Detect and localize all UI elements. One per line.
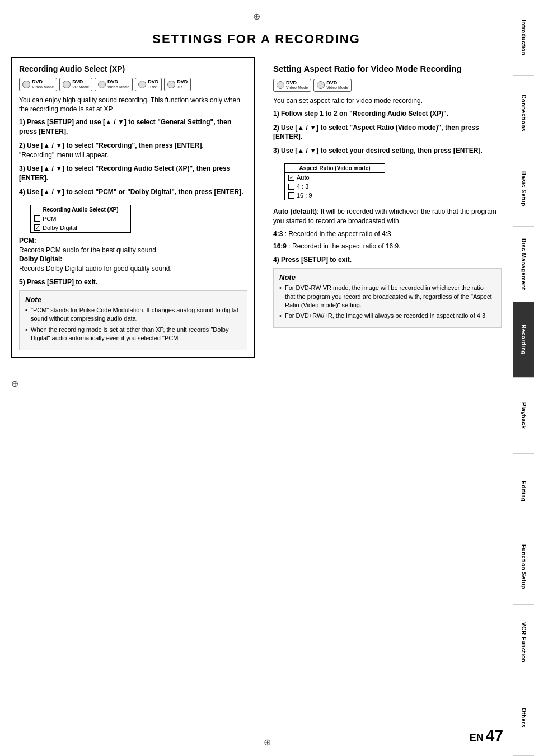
page-number-area: EN 47 xyxy=(470,727,503,745)
disc-icon-r2 xyxy=(317,81,325,89)
aspect-ratio-menu-box: Aspect Ratio (Video mode) Auto 4 : 3 16 … xyxy=(284,163,385,200)
menu-item-pcm: PCM xyxy=(31,214,130,223)
left-intro: You can enjoy high quality sound recordi… xyxy=(19,96,247,115)
auto-label: Auto xyxy=(297,174,310,181)
sidebar-item-introduction[interactable]: Introduction xyxy=(513,0,534,76)
pcm-checkbox xyxy=(34,215,40,222)
sidebar: Introduction Connections Basic Setup Dis… xyxy=(513,0,534,756)
left-note-title: Note xyxy=(25,295,241,304)
step-2: 2) Use [▲ / ▼] to select "Recording", th… xyxy=(19,141,247,160)
43-checkbox xyxy=(288,184,294,190)
dolby-desc: Records Dolby Digital audio for good qua… xyxy=(19,265,172,273)
auto-desc-label: Auto (default) xyxy=(273,208,317,215)
disc-icon-v2 xyxy=(98,81,106,88)
right-step-3: 3) Use [▲ / ▼] to select your desired se… xyxy=(273,146,502,156)
sidebar-item-connections[interactable]: Connections xyxy=(513,76,534,151)
sidebar-item-others[interactable]: Others xyxy=(513,680,534,756)
left-note-item-2: When the recording mode is set at other … xyxy=(25,326,241,343)
menu-item-169: 16 : 9 xyxy=(285,191,385,200)
page-number: 47 xyxy=(486,727,503,745)
dvd-badge-vr: DVD VR Mode xyxy=(59,78,92,91)
page-wrapper: ⊕ ⊕ SETTINGS FOR A RECORDING Recording A… xyxy=(0,0,534,756)
169-label: 16 : 9 xyxy=(297,192,312,199)
right-note-title: Note xyxy=(279,273,495,281)
43-label: 4 : 3 xyxy=(297,183,308,190)
disc-icon xyxy=(22,81,30,88)
two-column-layout: Recording Audio Select (XP) DVD Video Mo… xyxy=(11,57,502,358)
dvd-badge-video2: DVD Video Mode xyxy=(95,78,133,91)
step2-sub: "Recording" menu will appear. xyxy=(19,151,109,159)
dvd-badge-right-2: DVD Video Mode xyxy=(313,79,352,92)
right-step1-content: Follow step 1 to 2 on "Recording Audio S… xyxy=(281,110,448,118)
step-3: 3) Use [▲ / ▼] to select "Recording Audi… xyxy=(19,164,247,183)
dvd-badge-right-1: DVD Video Mode xyxy=(273,79,311,92)
right-note-item-1: For DVD-RW VR mode, the image will be re… xyxy=(279,284,495,309)
right-step-2: 2) Use [▲ / ▼] to select "Aspect Ratio (… xyxy=(273,123,502,142)
dolby-label: Dolby Digital xyxy=(43,224,77,231)
dvd-badge-video: DVD Video Mode xyxy=(19,78,57,91)
dvd-badge-r: DVD +R xyxy=(164,78,191,91)
page-title: SETTINGS FOR A RECORDING xyxy=(11,26,502,46)
left-note-item-1: "PCM" stands for Pulse Code Modulation. … xyxy=(25,306,241,323)
sidebar-item-disc-management[interactable]: Disc Management xyxy=(513,227,534,302)
menu-item-auto: Auto xyxy=(285,173,385,182)
left-dvd-badges: DVD Video Mode DVD VR Mode xyxy=(19,78,247,91)
right-intro: You can set aspect ratio for video mode … xyxy=(273,96,502,106)
step1-content: Press [SETUP] and use [▲ / ▼] to select … xyxy=(19,118,231,135)
pcm-label: PCM xyxy=(43,215,56,222)
sidebar-item-playback[interactable]: Playback xyxy=(513,378,534,453)
sidebar-item-recording[interactable]: Recording xyxy=(513,302,534,378)
menu-item-43: 4 : 3 xyxy=(285,182,385,191)
step-1: 1) Press [SETUP] and use [▲ / ▼] to sele… xyxy=(19,118,247,137)
pcm-section: PCM: Records PCM audio for the best qual… xyxy=(19,236,247,274)
disc-icon-r xyxy=(167,81,175,88)
disc-icon-vr xyxy=(63,81,71,88)
menu-item-dolby: Dolby Digital xyxy=(31,223,130,232)
right-dvd-badges: DVD Video Mode DVD Video Mode xyxy=(273,79,502,92)
dolby-checkbox xyxy=(34,224,40,231)
right-section-title: Setting Aspect Ratio for Video Mode Reco… xyxy=(273,63,502,74)
right-step2-content: Use [▲ / ▼] to select "Aspect Ratio (Vid… xyxy=(273,124,479,141)
step-4: 4) Use [▲ / ▼] to select "PCM" or "Dolby… xyxy=(19,187,247,197)
step5: 5) Press [SETUP] to exit. xyxy=(19,278,247,286)
auto-desc: Auto (default): It will be recorded with… xyxy=(273,207,502,226)
menu-box-title: Recording Audio Select (XP) xyxy=(31,205,130,214)
main-content: ⊕ SETTINGS FOR A RECORDING Recording Aud… xyxy=(0,0,513,756)
right-section: Setting Aspect Ratio for Video Mode Reco… xyxy=(266,57,502,358)
sidebar-item-vcr-function[interactable]: VCR Function xyxy=(513,605,534,680)
ratio-169-desc: 16:9 : Recorded in the aspect ratio of 1… xyxy=(273,242,502,251)
left-section: Recording Audio Select (XP) DVD Video Mo… xyxy=(11,57,255,358)
step5-text: 5) Press [SETUP] to exit. xyxy=(19,278,97,286)
step4-content: Use [▲ / ▼] to select "PCM" or "Dolby Di… xyxy=(27,188,243,196)
right-step4-text: 4) Press [SETUP] to exit. xyxy=(273,256,352,264)
right-note-item-2: For DVD+RW/+R, the image will always be … xyxy=(279,312,495,320)
pcm-title: PCM: xyxy=(19,237,36,245)
step1-text: 1) xyxy=(19,118,25,126)
right-note-section: Note For DVD-RW VR mode, the image will … xyxy=(273,268,502,328)
169-checkbox xyxy=(288,192,294,199)
sidebar-item-editing[interactable]: Editing xyxy=(513,454,534,529)
auto-checkbox xyxy=(288,175,294,181)
dolby-title: Dolby Digital: xyxy=(19,255,62,263)
dvd-badge-rw: DVD +RW xyxy=(135,78,162,91)
right-step3-content: Use [▲ / ▼] to select your desired setti… xyxy=(281,147,483,154)
left-note-section: Note "PCM" stands for Pulse Code Modulat… xyxy=(19,290,247,350)
pcm-desc: Records PCM audio for the best quality s… xyxy=(19,246,158,254)
aspect-ratio-box-title: Aspect Ratio (Video mode) xyxy=(285,164,385,173)
sidebar-item-basic-setup[interactable]: Basic Setup xyxy=(513,151,534,227)
disc-icon-rw xyxy=(138,81,146,88)
right-step-1: 1) Follow step 1 to 2 on "Recording Audi… xyxy=(273,109,502,119)
bottom-crosshair-icon: ⊕ xyxy=(264,737,271,748)
left-crosshair-icon: ⊕ xyxy=(11,378,18,389)
ratio-43-desc: 4:3 : Recorded in the aspect ratio of 4:… xyxy=(273,229,502,239)
sidebar-item-function-setup[interactable]: Function Setup xyxy=(513,529,534,605)
step2-content: Use [▲ / ▼] to select "Recording", then … xyxy=(27,142,204,149)
recording-audio-menu-box: Recording Audio Select (XP) PCM Dolby Di… xyxy=(30,205,131,233)
left-section-title: Recording Audio Select (XP) xyxy=(19,64,247,73)
top-crosshair-icon: ⊕ xyxy=(11,11,502,22)
right-step4: 4) Press [SETUP] to exit. xyxy=(273,256,502,264)
step3-content: Use [▲ / ▼] to select "Recording Audio S… xyxy=(19,165,230,182)
en-label: EN xyxy=(470,732,484,744)
disc-icon-r1 xyxy=(277,81,284,89)
